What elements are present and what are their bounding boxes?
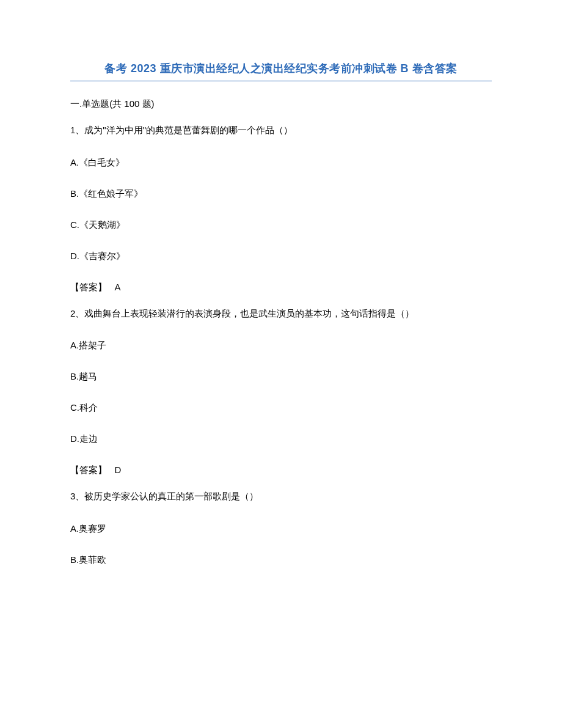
- question-number: 1、: [70, 125, 84, 135]
- question-1-answer: 【答案】 A: [70, 282, 492, 293]
- question-2-answer: 【答案】 D: [70, 465, 492, 476]
- question-text: 戏曲舞台上表现轻装潜行的表演身段，也是武生演员的基本功，这句话指得是（）: [84, 308, 414, 318]
- question-text: 被历史学家公认的真正的第一部歌剧是（）: [84, 491, 258, 501]
- document-title: 备考 2023 重庆市演出经纪人之演出经纪实务考前冲刺试卷 B 卷含答案: [70, 61, 492, 81]
- question-3-option-b: B.奥菲欧: [70, 554, 492, 566]
- question-number: 3、: [70, 491, 84, 501]
- question-1-option-c: C.《天鹅湖》: [70, 219, 492, 231]
- question-2-option-b: B.趟马: [70, 371, 492, 383]
- section-header: 一.单选题(共 100 题): [70, 98, 492, 110]
- answer-label: 【答案】: [70, 465, 107, 475]
- question-text: 成为"洋为中用"的典范是芭蕾舞剧的哪一个作品（）: [84, 125, 293, 135]
- question-1-option-a: A.《白毛女》: [70, 157, 492, 169]
- answer-value: D: [115, 465, 122, 475]
- question-3-option-a: A.奥赛罗: [70, 523, 492, 535]
- question-2-option-d: D.走边: [70, 433, 492, 445]
- question-number: 2、: [70, 308, 84, 318]
- answer-value: A: [115, 282, 121, 292]
- question-2: 2、戏曲舞台上表现轻装潜行的表演身段，也是武生演员的基本功，这句话指得是（）: [70, 307, 492, 321]
- answer-label: 【答案】: [70, 282, 107, 292]
- question-2-option-a: A.搭架子: [70, 340, 492, 351]
- question-1-option-d: D.《吉赛尔》: [70, 251, 492, 262]
- question-1-option-b: B.《红色娘子军》: [70, 188, 492, 200]
- question-1: 1、成为"洋为中用"的典范是芭蕾舞剧的哪一个作品（）: [70, 123, 492, 138]
- question-2-option-c: C.科介: [70, 402, 492, 414]
- question-3: 3、被历史学家公认的真正的第一部歌剧是（）: [70, 490, 492, 504]
